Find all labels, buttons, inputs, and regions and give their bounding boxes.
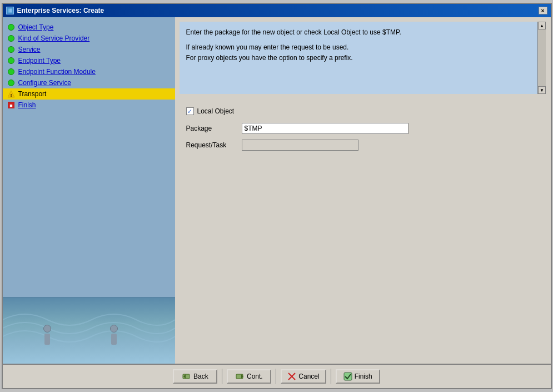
scroll-track: [538, 29, 546, 86]
svg-text:!: !: [10, 93, 12, 98]
back-icon: [182, 372, 191, 381]
cancel-icon: [287, 372, 296, 381]
info-box: Enter the package for the new object or …: [180, 22, 546, 94]
nav-label-object-type: Object Type: [18, 23, 54, 31]
back-label: Back: [193, 373, 208, 380]
decorative-figure-1: [36, 325, 58, 358]
green-circle-icon-6: [7, 79, 15, 87]
green-circle-icon-5: [7, 68, 15, 76]
window-title: Enterprise Services: Create: [17, 7, 104, 14]
scroll-up-button[interactable]: ▲: [538, 22, 546, 29]
left-panel: Object Type Kind of Service Provider Ser…: [3, 17, 175, 364]
request-task-input[interactable]: [242, 140, 358, 151]
local-object-row: ✓ Local Object: [186, 107, 540, 115]
window-icon: [6, 7, 14, 14]
green-circle-icon-3: [7, 46, 15, 53]
local-object-checkbox[interactable]: ✓: [186, 107, 194, 115]
title-bar-left: Enterprise Services: Create: [6, 7, 104, 14]
svg-text:■: ■: [9, 103, 12, 108]
cont-label: Cont.: [247, 373, 263, 380]
nav-label-endpoint-function: Endpoint Function Module: [18, 68, 96, 76]
local-object-label: Local Object: [197, 107, 235, 115]
divider-3: [331, 369, 331, 384]
nav-item-service[interactable]: Service: [3, 44, 175, 55]
green-circle-icon-1: [7, 23, 15, 31]
info-line-1: Enter the package for the new object or …: [186, 27, 540, 38]
nav-item-transport[interactable]: ! Transport: [3, 88, 175, 100]
nav-label-configure-service: Configure Service: [18, 79, 71, 87]
divider-2: [276, 369, 276, 384]
info-scrollbar[interactable]: ▲ ▼: [537, 22, 546, 94]
divider-1: [222, 369, 222, 384]
close-button[interactable]: ×: [539, 7, 547, 14]
warning-triangle-icon: !: [7, 90, 15, 98]
water-bg: [3, 297, 175, 364]
cancel-label: Cancel: [298, 373, 319, 380]
request-task-row: Request/Task: [186, 140, 540, 151]
nav-label-transport: Transport: [18, 90, 47, 98]
package-input[interactable]: [242, 123, 408, 134]
main-window: Enterprise Services: Create × Object Typ…: [2, 3, 552, 389]
package-label: Package: [186, 125, 236, 132]
form-area: ✓ Local Object Package Request/Task: [175, 98, 551, 364]
back-button[interactable]: Back: [173, 369, 217, 384]
package-row: Package: [186, 123, 540, 134]
green-circle-icon-2: [7, 34, 15, 42]
cont-button[interactable]: Cont.: [227, 369, 271, 384]
svg-rect-0: [8, 8, 12, 13]
info-line-4: For proxy objects you have the option to…: [186, 53, 540, 63]
cancel-button[interactable]: Cancel: [281, 369, 326, 384]
decorative-figure-2: [103, 325, 125, 358]
content-area: Object Type Kind of Service Provider Ser…: [3, 17, 551, 364]
finish-icon: [343, 372, 352, 381]
nav-label-service: Service: [18, 46, 41, 53]
nav-item-finish[interactable]: ■ Finish: [3, 100, 175, 111]
error-square-icon: ■: [7, 101, 15, 109]
nav-item-endpoint-type[interactable]: Endpoint Type: [3, 55, 175, 66]
bottom-bar: Back Cont. Cancel: [3, 364, 551, 388]
nav-label-endpoint-type: Endpoint Type: [18, 57, 61, 64]
nav-item-object-type[interactable]: Object Type: [3, 22, 175, 33]
nav-list: Object Type Kind of Service Provider Ser…: [3, 17, 175, 297]
green-circle-icon-4: [7, 57, 15, 64]
nav-label-finish: Finish: [18, 101, 36, 109]
title-bar: Enterprise Services: Create ×: [3, 4, 551, 17]
bottom-image-area: [3, 297, 175, 364]
info-line-3: If already known you may enter the reque…: [186, 42, 540, 53]
right-panel: Enter the package for the new object or …: [175, 17, 551, 364]
finish-label: Finish: [355, 373, 372, 380]
request-task-label: Request/Task: [186, 141, 236, 149]
nav-item-configure-service[interactable]: Configure Service: [3, 77, 175, 88]
cont-icon: [236, 372, 245, 381]
nav-label-kind-of-service: Kind of Service Provider: [18, 34, 90, 42]
nav-item-endpoint-function[interactable]: Endpoint Function Module: [3, 66, 175, 77]
finish-button[interactable]: Finish: [336, 369, 380, 384]
scroll-down-button[interactable]: ▼: [538, 86, 546, 94]
nav-item-kind-of-service[interactable]: Kind of Service Provider: [3, 33, 175, 44]
